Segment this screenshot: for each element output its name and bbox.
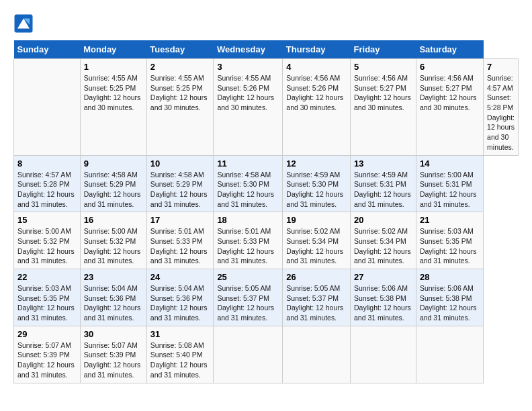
calendar-cell: 4 Sunrise: 4:56 AM Sunset: 5:26 PM Dayli… bbox=[283, 59, 351, 156]
day-number: 20 bbox=[354, 215, 412, 225]
calendar-cell: 6 Sunrise: 4:56 AM Sunset: 5:27 PM Dayli… bbox=[416, 59, 483, 156]
day-info: Sunrise: 4:57 AM Sunset: 5:28 PM Dayligh… bbox=[17, 170, 77, 210]
day-number: 2 bbox=[150, 62, 210, 72]
day-number: 7 bbox=[487, 62, 515, 72]
day-number: 14 bbox=[420, 158, 480, 169]
day-header-saturday: Saturday bbox=[416, 40, 483, 59]
calendar-cell: 12 Sunrise: 4:59 AM Sunset: 5:30 PM Dayl… bbox=[283, 155, 351, 212]
day-info: Sunrise: 5:05 AM Sunset: 5:37 PM Dayligh… bbox=[286, 283, 347, 323]
day-number: 3 bbox=[217, 62, 279, 72]
day-number: 9 bbox=[84, 158, 143, 169]
day-number: 26 bbox=[286, 272, 347, 282]
week-row-2: 8 Sunrise: 4:57 AM Sunset: 5:28 PM Dayli… bbox=[14, 155, 519, 212]
day-info: Sunrise: 4:55 AM Sunset: 5:25 PM Dayligh… bbox=[84, 73, 143, 113]
day-number: 25 bbox=[217, 272, 279, 282]
calendar-cell: 15 Sunrise: 5:00 AM Sunset: 5:32 PM Dayl… bbox=[14, 212, 81, 269]
calendar-cell: 8 Sunrise: 4:57 AM Sunset: 5:28 PM Dayli… bbox=[14, 155, 81, 212]
day-number: 22 bbox=[17, 272, 77, 282]
calendar-cell: 10 Sunrise: 4:58 AM Sunset: 5:29 PM Dayl… bbox=[146, 155, 214, 212]
day-info: Sunrise: 5:07 AM Sunset: 5:39 PM Dayligh… bbox=[17, 340, 77, 380]
day-info: Sunrise: 4:58 AM Sunset: 5:30 PM Dayligh… bbox=[217, 170, 279, 210]
day-number: 31 bbox=[150, 329, 210, 339]
day-info: Sunrise: 5:05 AM Sunset: 5:37 PM Dayligh… bbox=[217, 283, 279, 323]
day-number: 15 bbox=[17, 215, 77, 225]
day-number: 11 bbox=[217, 158, 279, 169]
day-header-friday: Friday bbox=[351, 40, 416, 59]
calendar-cell: 27 Sunrise: 5:06 AM Sunset: 5:38 PM Dayl… bbox=[351, 269, 416, 326]
day-header-sunday: Sunday bbox=[14, 40, 81, 59]
day-info: Sunrise: 4:58 AM Sunset: 5:29 PM Dayligh… bbox=[150, 170, 210, 210]
day-number: 10 bbox=[150, 158, 210, 169]
week-row-1: 1 Sunrise: 4:55 AM Sunset: 5:25 PM Dayli… bbox=[14, 59, 519, 156]
calendar-cell: 18 Sunrise: 5:01 AM Sunset: 5:33 PM Dayl… bbox=[214, 212, 283, 269]
day-info: Sunrise: 5:00 AM Sunset: 5:31 PM Dayligh… bbox=[420, 170, 480, 210]
day-number: 23 bbox=[84, 272, 143, 282]
calendar-cell: 17 Sunrise: 5:01 AM Sunset: 5:33 PM Dayl… bbox=[146, 212, 214, 269]
day-info: Sunrise: 5:07 AM Sunset: 5:39 PM Dayligh… bbox=[84, 340, 143, 380]
calendar-cell: 19 Sunrise: 5:02 AM Sunset: 5:34 PM Dayl… bbox=[283, 212, 351, 269]
day-header-tuesday: Tuesday bbox=[146, 40, 214, 59]
day-info: Sunrise: 4:57 AM Sunset: 5:28 PM Dayligh… bbox=[487, 73, 515, 152]
day-number: 18 bbox=[217, 215, 279, 225]
day-number: 27 bbox=[354, 272, 412, 282]
calendar-body: 1 Sunrise: 4:55 AM Sunset: 5:25 PM Dayli… bbox=[14, 59, 519, 383]
day-number: 17 bbox=[150, 215, 210, 225]
calendar-header: SundayMondayTuesdayWednesdayThursdayFrid… bbox=[14, 40, 519, 59]
day-info: Sunrise: 4:58 AM Sunset: 5:29 PM Dayligh… bbox=[84, 170, 143, 210]
day-info: Sunrise: 5:00 AM Sunset: 5:32 PM Dayligh… bbox=[17, 226, 77, 266]
day-number: 16 bbox=[84, 215, 143, 225]
day-info: Sunrise: 4:55 AM Sunset: 5:25 PM Dayligh… bbox=[150, 73, 210, 113]
calendar-cell: 22 Sunrise: 5:03 AM Sunset: 5:35 PM Dayl… bbox=[14, 269, 81, 326]
day-info: Sunrise: 5:03 AM Sunset: 5:35 PM Dayligh… bbox=[420, 226, 480, 266]
day-number: 13 bbox=[354, 158, 412, 169]
calendar-cell: 3 Sunrise: 4:55 AM Sunset: 5:26 PM Dayli… bbox=[214, 59, 283, 156]
calendar-cell: 11 Sunrise: 4:58 AM Sunset: 5:30 PM Dayl… bbox=[214, 155, 283, 212]
day-number: 5 bbox=[354, 62, 412, 72]
day-info: Sunrise: 5:02 AM Sunset: 5:34 PM Dayligh… bbox=[354, 226, 412, 266]
day-info: Sunrise: 5:02 AM Sunset: 5:34 PM Dayligh… bbox=[286, 226, 347, 266]
calendar-cell: 13 Sunrise: 4:59 AM Sunset: 5:31 PM Dayl… bbox=[351, 155, 416, 212]
week-row-5: 29 Sunrise: 5:07 AM Sunset: 5:39 PM Dayl… bbox=[14, 326, 519, 383]
calendar-cell bbox=[214, 326, 283, 383]
day-info: Sunrise: 4:59 AM Sunset: 5:31 PM Dayligh… bbox=[354, 170, 412, 210]
day-info: Sunrise: 4:55 AM Sunset: 5:26 PM Dayligh… bbox=[217, 73, 279, 113]
day-number: 29 bbox=[17, 329, 77, 339]
calendar-cell: 14 Sunrise: 5:00 AM Sunset: 5:31 PM Dayl… bbox=[416, 155, 483, 212]
calendar-cell: 29 Sunrise: 5:07 AM Sunset: 5:39 PM Dayl… bbox=[14, 326, 81, 383]
calendar-cell: 24 Sunrise: 5:04 AM Sunset: 5:36 PM Dayl… bbox=[146, 269, 214, 326]
calendar-cell bbox=[351, 326, 416, 383]
calendar-cell: 2 Sunrise: 4:55 AM Sunset: 5:25 PM Dayli… bbox=[146, 59, 214, 156]
calendar-cell bbox=[14, 59, 81, 156]
day-number: 12 bbox=[286, 158, 347, 169]
calendar-cell: 23 Sunrise: 5:04 AM Sunset: 5:36 PM Dayl… bbox=[80, 269, 146, 326]
calendar-cell: 26 Sunrise: 5:05 AM Sunset: 5:37 PM Dayl… bbox=[283, 269, 351, 326]
day-number: 1 bbox=[84, 62, 143, 72]
day-info: Sunrise: 4:56 AM Sunset: 5:26 PM Dayligh… bbox=[286, 73, 347, 113]
day-info: Sunrise: 5:03 AM Sunset: 5:35 PM Dayligh… bbox=[17, 283, 77, 323]
day-number: 21 bbox=[420, 215, 480, 225]
calendar-cell: 9 Sunrise: 4:58 AM Sunset: 5:29 PM Dayli… bbox=[80, 155, 146, 212]
day-number: 4 bbox=[286, 62, 347, 72]
day-number: 28 bbox=[420, 272, 480, 282]
calendar-cell bbox=[416, 326, 483, 383]
day-header-monday: Monday bbox=[80, 40, 146, 59]
calendar-cell: 5 Sunrise: 4:56 AM Sunset: 5:27 PM Dayli… bbox=[351, 59, 416, 156]
calendar-cell: 1 Sunrise: 4:55 AM Sunset: 5:25 PM Dayli… bbox=[80, 59, 146, 156]
day-info: Sunrise: 4:56 AM Sunset: 5:27 PM Dayligh… bbox=[420, 73, 480, 113]
day-number: 6 bbox=[420, 62, 480, 72]
calendar-cell: 7 Sunrise: 4:57 AM Sunset: 5:28 PM Dayli… bbox=[484, 59, 519, 156]
day-info: Sunrise: 5:00 AM Sunset: 5:32 PM Dayligh… bbox=[84, 226, 143, 266]
calendar-cell: 31 Sunrise: 5:08 AM Sunset: 5:40 PM Dayl… bbox=[146, 326, 214, 383]
day-info: Sunrise: 5:01 AM Sunset: 5:33 PM Dayligh… bbox=[150, 226, 210, 266]
day-number: 24 bbox=[150, 272, 210, 282]
day-info: Sunrise: 5:06 AM Sunset: 5:38 PM Dayligh… bbox=[354, 283, 412, 323]
day-number: 8 bbox=[17, 158, 77, 169]
calendar-cell: 25 Sunrise: 5:05 AM Sunset: 5:37 PM Dayl… bbox=[214, 269, 283, 326]
calendar-cell: 16 Sunrise: 5:00 AM Sunset: 5:32 PM Dayl… bbox=[80, 212, 146, 269]
day-info: Sunrise: 5:01 AM Sunset: 5:33 PM Dayligh… bbox=[217, 226, 279, 266]
page-header bbox=[13, 13, 519, 34]
logo bbox=[13, 13, 35, 34]
week-row-3: 15 Sunrise: 5:00 AM Sunset: 5:32 PM Dayl… bbox=[14, 212, 519, 269]
day-number: 30 bbox=[84, 329, 143, 339]
day-info: Sunrise: 4:56 AM Sunset: 5:27 PM Dayligh… bbox=[354, 73, 412, 113]
